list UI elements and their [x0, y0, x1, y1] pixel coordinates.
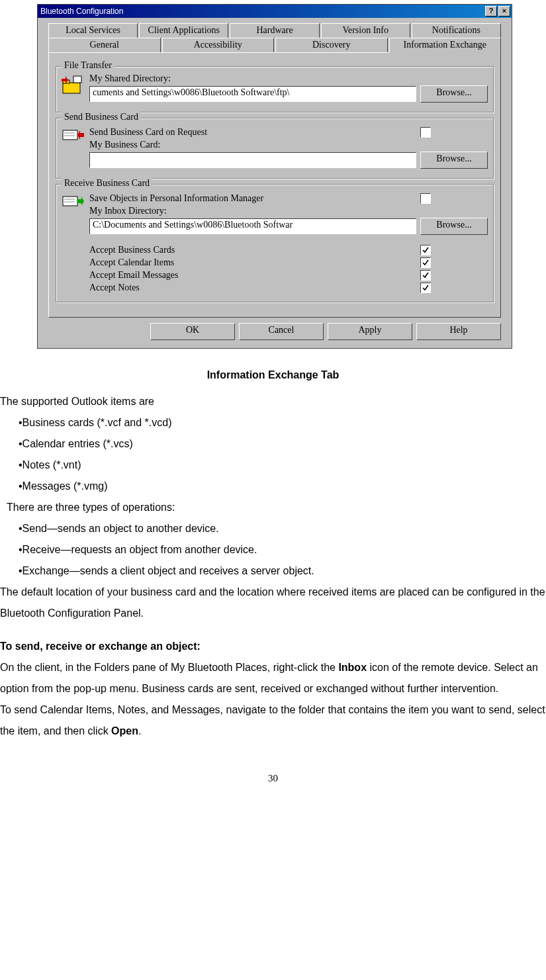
list-item: •Calendar entries (*.vcs): [19, 433, 546, 455]
inbox-dir-input[interactable]: C:\Documents and Settings\w0086\Bluetoot…: [89, 218, 416, 234]
svg-rect-0: [63, 83, 80, 93]
text-span: To send Calendar Items, Notes, and Messa…: [0, 704, 545, 736]
inbox-dir-label: My Inbox Directory:: [89, 206, 488, 216]
svg-rect-6: [63, 197, 77, 206]
tab-hardware[interactable]: Hardware: [230, 23, 319, 38]
my-card-input[interactable]: [89, 152, 416, 168]
accept-email-checkbox[interactable]: [420, 270, 431, 281]
accept-calendar-checkbox[interactable]: [420, 257, 431, 268]
ok-button[interactable]: OK: [150, 323, 235, 340]
tab-notifications[interactable]: Notifications: [412, 23, 501, 38]
accept-label: Accept Notes: [89, 283, 420, 293]
list-item: •Notes (*.vnt): [19, 455, 546, 476]
send-on-request-checkbox[interactable]: [420, 127, 431, 138]
tab-client-applications[interactable]: Client Applications: [139, 23, 228, 38]
page-number: 30: [0, 768, 546, 788]
accept-notes-checkbox[interactable]: [420, 283, 431, 293]
accept-label: Accept Business Cards: [89, 245, 420, 255]
accept-label: Accept Calendar Items: [89, 257, 420, 268]
paragraph: There are three types of operations:: [7, 497, 546, 518]
browse-button[interactable]: Browse...: [420, 85, 488, 103]
card-receive-icon: [62, 193, 84, 212]
svg-rect-2: [73, 76, 81, 83]
list-item: •Messages (*.vmg): [19, 476, 546, 497]
text-bold: Open: [111, 725, 138, 736]
apply-button[interactable]: Apply: [328, 323, 412, 340]
accept-label: Accept Email Messages: [89, 270, 420, 281]
group-title: File Transfer: [62, 60, 114, 71]
my-card-label: My Business Card:: [89, 140, 488, 150]
tab-general[interactable]: General: [48, 38, 161, 53]
paragraph: The default location of your business ca…: [0, 582, 546, 624]
shared-dir-input[interactable]: cuments and Settings\w0086\Bluetooth Sof…: [89, 86, 416, 102]
help-button[interactable]: Help: [416, 323, 501, 340]
tab-discovery[interactable]: Discovery: [275, 38, 388, 53]
titlebar[interactable]: Bluetooth Configuration ? ×: [38, 5, 512, 18]
list-item: •Exchange—sends a client object and rece…: [19, 560, 546, 582]
bluetooth-config-dialog: Bluetooth Configuration ? × Local Servic…: [37, 4, 512, 349]
browse-button[interactable]: Browse...: [420, 152, 488, 169]
paragraph: The supported Outlook items are: [0, 391, 546, 412]
tab-local-services[interactable]: Local Services: [48, 23, 138, 38]
text-bold: Inbox: [338, 662, 367, 673]
tab-accessibility[interactable]: Accessibility: [162, 38, 275, 53]
group-title: Receive Business Card: [62, 178, 152, 189]
save-pim-label: Save Objects in Personal Information Man…: [89, 193, 420, 204]
send-on-request-label: Send Business Card on Request: [89, 127, 420, 138]
folder-icon: [62, 75, 84, 95]
close-icon[interactable]: ×: [498, 6, 510, 17]
shared-dir-label: My Shared Directory:: [89, 73, 488, 84]
group-send-card: Send Business Card: [56, 118, 494, 179]
card-send-icon: [62, 126, 84, 146]
text-span: On the client, in the Folders pane of My…: [0, 662, 338, 673]
accept-cards-checkbox[interactable]: [420, 245, 431, 255]
browse-button[interactable]: Browse...: [420, 218, 488, 235]
window-title: Bluetooth Configuration: [40, 7, 485, 16]
svg-rect-3: [63, 130, 77, 140]
cancel-button[interactable]: Cancel: [239, 323, 324, 340]
subheading: To send, receive or exchange an object:: [0, 636, 546, 657]
paragraph: On the client, in the Folders pane of My…: [0, 657, 546, 699]
save-pim-checkbox[interactable]: [420, 193, 431, 204]
group-title: Send Business Card: [62, 112, 141, 122]
tab-version-info[interactable]: Version Info: [321, 23, 410, 38]
group-receive-card: Receive Business Card: [56, 184, 494, 302]
document-body: Information Exchange Tab The supported O…: [0, 349, 546, 788]
tab-information-exchange[interactable]: Information Exchange: [389, 38, 502, 53]
group-file-transfer: File Transfer My: [56, 66, 494, 112]
paragraph: To send Calendar Items, Notes, and Messa…: [0, 699, 546, 742]
list-item: •Send—sends an object to another device.: [19, 518, 546, 539]
figure-caption: Information Exchange Tab: [0, 365, 546, 386]
list-item: •Business cards (*.vcf and *.vcd): [19, 412, 546, 433]
text-span: .: [138, 725, 141, 736]
help-icon[interactable]: ?: [485, 6, 497, 17]
tab-panel: File Transfer My: [48, 52, 501, 318]
list-item: •Receive—requests an object from another…: [19, 539, 546, 560]
